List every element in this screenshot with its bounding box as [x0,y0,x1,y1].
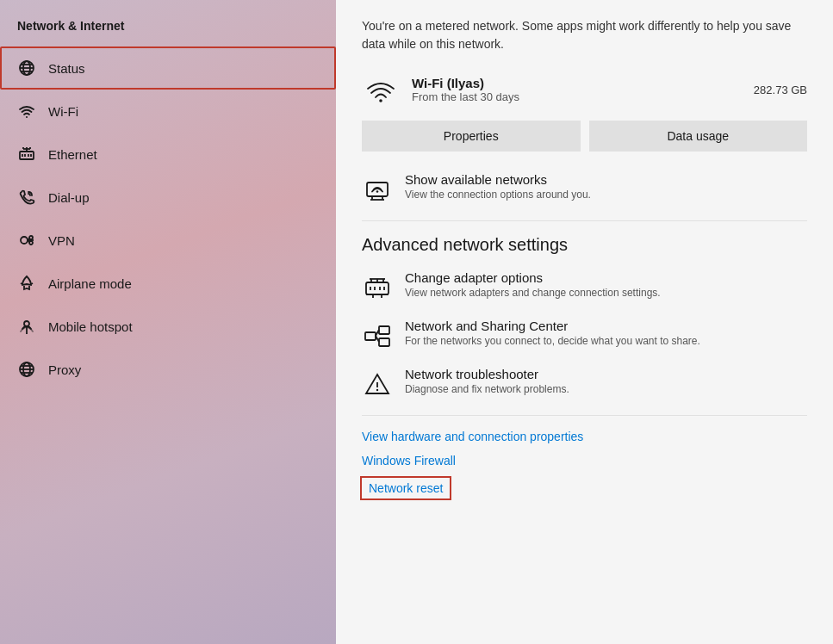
sidebar-label-status: Status [48,61,85,76]
svg-rect-35 [366,282,389,294]
sidebar-label-airplane: Airplane mode [48,276,132,291]
divider-2 [362,415,807,416]
sidebar-item-status[interactable]: Status [0,46,336,90]
svg-rect-49 [379,338,389,346]
troubleshooter-sub: Diagnose and fix network problems. [405,383,569,395]
wifi-name: Wi-Fi (Ilyas) [412,76,754,90]
vpn-icon [17,231,36,250]
data-usage-button[interactable]: Data usage [589,121,808,152]
sidebar-item-ethernet[interactable]: Ethernet [0,133,336,176]
svg-point-53 [376,389,378,391]
sidebar-label-ethernet: Ethernet [48,147,97,162]
wifi-data-usage: 282.73 GB [754,84,807,96]
troubleshooter-row[interactable]: Network troubleshooter Diagnose and fix … [362,367,807,399]
ethernet-icon [17,145,36,164]
wifi-icon [17,102,36,121]
show-networks-icon [362,174,393,205]
sidebar-label-proxy: Proxy [48,362,81,377]
sidebar-label-dialup: Dial-up [48,190,90,205]
adapter-icon [362,272,393,303]
troubleshooter-text: Network troubleshooter Diagnose and fix … [405,367,569,395]
globe-icon [17,59,36,77]
svg-point-34 [376,190,379,193]
sidebar-item-vpn[interactable]: VPN [0,219,336,262]
svg-point-16 [21,237,28,244]
sharing-sub: For the networks you connect to, decide … [405,335,700,347]
adapter-sub: View network adapters and change connect… [405,287,661,299]
network-reset-link[interactable]: Network reset [362,478,450,498]
wifi-action-buttons: Properties Data usage [362,121,807,152]
main-content: You're on a metered network. Some apps m… [336,0,833,644]
adapter-options-row[interactable]: Change adapter options View network adap… [362,270,807,303]
divider-1 [362,220,807,221]
svg-rect-48 [379,326,389,334]
svg-rect-30 [367,183,388,196]
show-networks-title: Show available networks [405,172,591,187]
wifi-signal-icon [362,71,400,108]
wifi-sub: From the last 30 days [412,90,754,103]
adapter-text: Change adapter options View network adap… [405,270,661,299]
sharing-center-icon [362,320,393,351]
sidebar-item-airplane[interactable]: Airplane mode [0,262,336,305]
sidebar-item-dialup[interactable]: Dial-up [0,176,336,219]
properties-button[interactable]: Properties [362,121,581,152]
sidebar-label-hotspot: Mobile hotspot [48,319,133,334]
advanced-heading: Advanced network settings [362,235,807,255]
show-networks-sub: View the connection options around you. [405,189,591,201]
dialup-icon [17,188,36,207]
wifi-status-row: Wi-Fi (Ilyas) From the last 30 days 282.… [362,71,807,108]
sidebar-item-proxy[interactable]: Proxy [0,348,336,391]
proxy-globe-icon [17,360,36,379]
sharing-center-row[interactable]: Network and Sharing Center For the netwo… [362,319,807,351]
sidebar-label-wifi: Wi-Fi [48,104,78,119]
troubleshooter-title: Network troubleshooter [405,367,569,381]
metered-notice: You're on a metered network. Some apps m… [362,17,807,53]
hardware-link[interactable]: View hardware and connection properties [362,430,807,443]
svg-point-29 [379,99,382,102]
show-networks-row[interactable]: Show available networks View the connect… [362,172,807,205]
sidebar-label-vpn: VPN [48,233,75,248]
hotspot-icon [17,317,36,336]
airplane-icon [17,274,36,293]
troubleshooter-icon [362,368,393,399]
sidebar: Network & Internet Status Wi-Fi [0,0,336,644]
show-networks-text: Show available networks View the connect… [405,172,591,201]
sidebar-item-wifi[interactable]: Wi-Fi [0,90,336,133]
sidebar-item-hotspot[interactable]: Mobile hotspot [0,305,336,348]
firewall-link[interactable]: Windows Firewall [362,454,807,468]
wifi-info: Wi-Fi (Ilyas) From the last 30 days [412,76,754,103]
sharing-text: Network and Sharing Center For the netwo… [405,319,700,347]
adapter-title: Change adapter options [405,270,661,285]
svg-point-22 [24,321,29,326]
svg-rect-47 [365,332,376,340]
sharing-title: Network and Sharing Center [405,319,700,333]
sidebar-title: Network & Internet [0,9,336,46]
svg-point-5 [26,116,28,118]
